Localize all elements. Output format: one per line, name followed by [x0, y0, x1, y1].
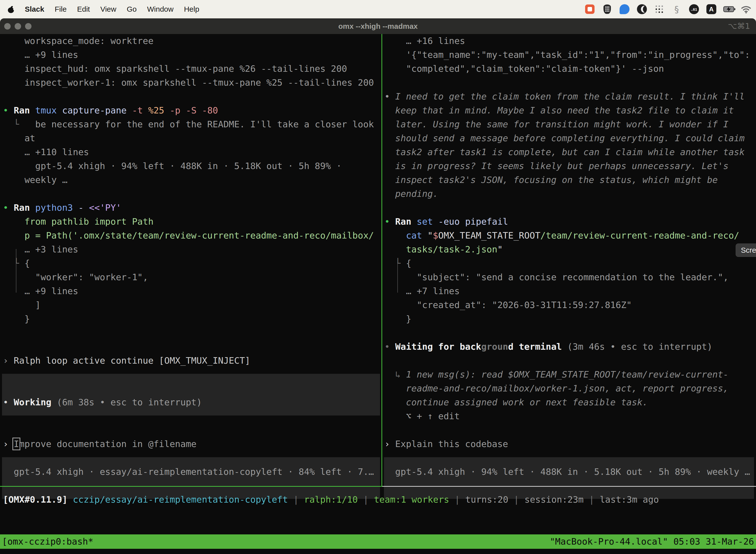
omx-status-line: [OMX#0.11.9] cczip/essay/ai-reimplementa… — [3, 493, 659, 507]
right-input-line: › Explain this codebase — [384, 437, 508, 451]
terminal-line: weekly … — [3, 173, 67, 187]
terminal-line: task2 after task1 is complete, but can I… — [384, 145, 745, 159]
tmux-vertical-pane-border[interactable] — [381, 34, 382, 486]
terminal-line: "worker": "worker-1", — [3, 270, 148, 284]
ralph-loop-status: › Ralph loop active continue [OMX_TMUX_I… — [3, 354, 250, 368]
menu-items: FileEditViewGoWindowHelp — [55, 5, 199, 13]
screenshot-app-icon[interactable] — [584, 4, 595, 15]
terminal-line: ↳ 1 new msg(s): read $OMX_TEAM_STATE_ROO… — [384, 368, 729, 382]
terminal-line: … +16 lines — [384, 34, 465, 48]
window-shortcut-hint: ⌥⌘1 — [728, 18, 750, 34]
dots-grid-icon[interactable] — [654, 4, 665, 15]
active-app-menu[interactable]: Slack — [25, 5, 44, 13]
menu-item-view[interactable]: View — [100, 5, 116, 13]
terminal-line: … +9 lines — [3, 48, 78, 62]
terminal-line: cat "$OMX_TEAM_STATE_ROOT/team/review-cu… — [384, 229, 739, 242]
menu-bar-left: Slack FileEditViewGoWindowHelp — [0, 5, 199, 13]
terminal-line: should send a message before completing … — [384, 131, 745, 145]
messenger-bolt-icon[interactable] — [619, 4, 630, 15]
terminal-line: • Ran set -euo pipefail — [384, 215, 508, 229]
terminal-line: … +7 lines — [384, 284, 460, 298]
terminal-line: is in progress? It seems likely but perh… — [384, 159, 729, 173]
left-input-line: › Improve documentation in @filename — [3, 437, 196, 451]
terminal-line: readme-and-reco/mailbox/worker-1.json, a… — [384, 382, 729, 395]
terminal-line: … +9 lines — [3, 284, 78, 298]
menu-item-window[interactable]: Window — [147, 5, 174, 13]
screen: Slack FileEditViewGoWindowHelp § ..61 A — [0, 0, 756, 554]
tmux-host-clock: "MacBook-Pro-44.local" 05:03 31-Mar-26 — [550, 535, 754, 549]
terminal-line: } — [384, 312, 411, 326]
terminal-line: • Ran python3 - <<'PY' — [3, 201, 121, 215]
terminal-line: inspect task2's JSON, focusing on the st… — [384, 173, 718, 187]
terminal-line: inspect_worker-1: omx sparkshell --tmux-… — [3, 76, 374, 90]
terminal-line: tasks/task-2.json" — [384, 242, 503, 257]
battery-icon[interactable] — [723, 4, 734, 15]
terminal-line: workspace_mode: worktree — [3, 34, 153, 48]
macos-menu-bar: Slack FileEditViewGoWindowHelp § ..61 A — [0, 0, 756, 18]
right-session-status: gpt-5.4 xhigh · 94% left · 488K in · 5.1… — [384, 465, 750, 479]
menu-bar-status-icons: § ..61 A — [584, 4, 756, 15]
screen-tooltip: Scre — [736, 243, 756, 257]
menu-item-edit[interactable]: Edit — [77, 5, 90, 13]
menu-item-file[interactable]: File — [55, 5, 66, 13]
wifi-icon[interactable] — [741, 4, 752, 15]
terminal-line: "subject": "send a concise recommendatio… — [384, 270, 729, 284]
terminal-line: ] — [3, 298, 41, 312]
terminal-line: "completed","claim_token":"claim-token"}… — [384, 62, 664, 76]
window-title-bar: omx --xhigh --madmax ⌥⌘1 — [0, 18, 756, 34]
tmux-status-bar: [omx-cczip0:bash* "MacBook-Pro-44.local"… — [0, 535, 756, 549]
edit-hint: ⌥ + ↑ edit — [384, 409, 460, 423]
terminal-line: … +3 lines — [3, 242, 78, 257]
terminal-line: keep that in mind. Maybe I also need the… — [384, 104, 734, 117]
input-source-icon[interactable]: A — [706, 4, 717, 15]
terminal-line: "created_at": "2026-03-31T11:59:27.816Z" — [384, 298, 632, 312]
crescent-circle-icon[interactable] — [636, 4, 647, 15]
terminal-line: continue assigned work or next feasible … — [384, 395, 648, 409]
terminal-line: } — [3, 312, 30, 326]
left-session-status: gpt-5.4 xhigh · essay/ai-reimplementatio… — [3, 465, 374, 479]
terminal-line: later. Using the same for transition mig… — [384, 117, 729, 131]
terminal-line: p = Path('.omx/state/team/review-current… — [3, 229, 374, 242]
window-title: omx --xhigh --madmax — [0, 18, 756, 34]
terminal-line: at — [3, 131, 35, 145]
terminal-viewport: workspace_mode: worktree … +9 lines insp… — [0, 34, 756, 554]
menu-item-go[interactable]: Go — [127, 5, 137, 13]
terminal-line: └ be necessary for the end of the README… — [3, 117, 374, 131]
squiggle-icon[interactable]: § — [671, 4, 682, 15]
badge-61-icon[interactable]: ..61 — [689, 4, 699, 15]
terminal-line: pending. — [384, 187, 438, 201]
terminal-line: from pathlib import Path — [3, 215, 153, 229]
terminal-line: └ { — [3, 257, 30, 270]
tmux-session-window: [omx-cczip0:bash* — [2, 535, 93, 549]
tmux-horizontal-pane-border-active[interactable] — [0, 486, 382, 487]
waiting-status: • Waiting for background terminal (3m 46… — [384, 340, 712, 354]
menu-item-help[interactable]: Help — [184, 5, 199, 13]
keypad-shield-icon[interactable] — [602, 4, 613, 15]
terminal-line: gpt-5.4 xhigh · 94% left · 488K in · 5.1… — [3, 159, 341, 173]
terminal-line: └ { — [384, 257, 411, 270]
terminal-line: … +110 lines — [3, 145, 89, 159]
terminal-line: • Ran tmux capture-pane -t %25 -p -S -80 — [3, 104, 218, 117]
terminal-line: '{"team_name":"my-team","task_id":"1","f… — [384, 48, 750, 62]
terminal-line: inspect_hud: omx sparkshell --tmux-pane … — [3, 62, 347, 76]
tmux-horizontal-pane-border-inactive[interactable] — [382, 486, 756, 487]
working-status: • Working (6m 38s • esc to interrupt) — [3, 395, 202, 409]
apple-menu-icon[interactable] — [7, 5, 14, 13]
terminal-line: • I need to get the claim token from the… — [384, 90, 745, 104]
